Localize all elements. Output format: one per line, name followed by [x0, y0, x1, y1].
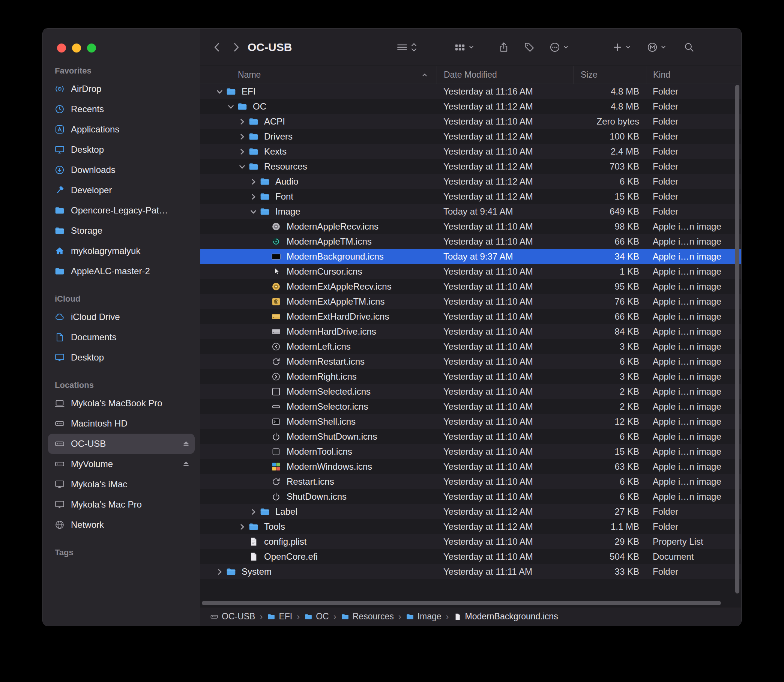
path-item-modernbackground-icns[interactable]: ModernBackground.icns — [454, 612, 558, 621]
disclosure-closed-icon[interactable] — [248, 178, 259, 185]
column-header-date-modified[interactable]: Date Modified — [437, 66, 574, 84]
sidebar-item-documents[interactable]: Documents — [48, 327, 195, 347]
sidebar-item-applealc-master-2[interactable]: AppleALC-master-2 — [48, 261, 195, 281]
file-row-modernshutdown-icns[interactable]: ModernShutDown.icnsYesterday at 11:10 AM… — [200, 429, 741, 444]
eject-icon[interactable] — [182, 460, 190, 468]
file-row-modernextapplerecv-icns[interactable]: ModernExtAppleRecv.icnsYesterday at 11:1… — [200, 279, 741, 294]
share-button[interactable] — [498, 41, 510, 53]
view-options-button[interactable] — [396, 41, 417, 53]
file-row-config-plist[interactable]: config.plistYesterday at 11:10 AM29 KBPr… — [200, 534, 741, 549]
vertical-scrollbar-thumb[interactable] — [735, 85, 739, 593]
column-header-name[interactable]: Name — [200, 66, 437, 84]
sidebar-item-recents[interactable]: Recents — [48, 99, 195, 119]
file-row-image[interactable]: ImageToday at 9:41 AM649 KBFolder — [200, 204, 741, 219]
disclosure-open-icon[interactable] — [248, 209, 259, 215]
file-row-resources[interactable]: ResourcesYesterday at 11:12 AM703 KBFold… — [200, 159, 741, 174]
date-modified-cell: Yesterday at 11:10 AM — [437, 491, 574, 502]
sidebar-item-mykola-s-imac[interactable]: Mykola’s iMac — [48, 474, 195, 494]
sidebar-item-network[interactable]: Network — [48, 515, 195, 535]
icns-background-icon — [270, 251, 282, 262]
disclosure-closed-icon[interactable] — [236, 524, 248, 530]
column-header-size[interactable]: Size — [574, 66, 646, 84]
sidebar-item-label: Network — [71, 519, 190, 530]
disclosure-open-icon[interactable] — [225, 104, 236, 110]
column-header-kind[interactable]: Kind — [646, 66, 741, 84]
disclosure-closed-icon[interactable] — [214, 569, 225, 575]
file-row-drivers[interactable]: DriversYesterday at 11:12 AM100 KBFolder — [200, 129, 741, 144]
sidebar-item-opencore-legacy-pat[interactable]: Opencore-Legacy-Pat… — [48, 200, 195, 221]
file-row-opencore-efi[interactable]: OpenCore.efiYesterday at 11:10 AM504 KBD… — [200, 549, 741, 564]
account-button[interactable] — [647, 41, 666, 53]
sidebar-item-airdrop[interactable]: AirDrop — [48, 79, 195, 99]
file-row-modernleft-icns[interactable]: ModernLeft.icnsYesterday at 11:10 AM3 KB… — [200, 339, 741, 354]
path-item-oc[interactable]: OC — [304, 612, 329, 621]
file-row-modernselector-icns[interactable]: ModernSelector.icnsYesterday at 11:10 AM… — [200, 399, 741, 414]
file-row-modernextharddrive-icns[interactable]: ModernExtHardDrive.icnsYesterday at 11:1… — [200, 309, 741, 324]
file-row-modernrestart-icns[interactable]: ModernRestart.icnsYesterday at 11:10 AM6… — [200, 354, 741, 369]
file-row-modernright-icns[interactable]: ModernRight.icnsYesterday at 11:10 AM3 K… — [200, 369, 741, 384]
sidebar-item-mykola-s-macbook-pro[interactable]: Mykola’s MacBook Pro — [48, 393, 195, 413]
path-item-oc-usb[interactable]: OC-USB — [210, 612, 255, 621]
file-row-system[interactable]: SystemYesterday at 11:11 AM33 KBFolder — [200, 564, 741, 579]
path-item-efi[interactable]: EFI — [267, 612, 292, 621]
sidebar-item-macintosh-hd[interactable]: Macintosh HD — [48, 413, 195, 433]
file-row-modernselected-icns[interactable]: ModernSelected.icnsYesterday at 11:10 AM… — [200, 384, 741, 399]
sidebar-item-mykola-s-mac-pro[interactable]: Mykola’s Mac Pro — [48, 494, 195, 515]
sidebar-item-desktop[interactable]: Desktop — [48, 140, 195, 160]
file-row-oc[interactable]: OCYesterday at 11:12 AM4.8 MBFolder — [200, 99, 741, 114]
file-row-moderncursor-icns[interactable]: ModernCursor.icnsYesterday at 11:10 AM1 … — [200, 264, 741, 279]
horizontal-scrollbar-thumb[interactable] — [202, 601, 721, 605]
file-row-modernappletm-icns[interactable]: ModernAppleTM.icnsYesterday at 11:10 AM6… — [200, 234, 741, 249]
disclosure-open-icon[interactable] — [214, 89, 225, 95]
path-item-image[interactable]: Image — [406, 612, 441, 621]
file-row-modernbackground-icns[interactable]: ModernBackground.icnsToday at 9:37 AM34 … — [200, 249, 741, 264]
file-row-moderntool-icns[interactable]: ModernTool.icnsYesterday at 11:10 AM15 K… — [200, 444, 741, 459]
file-row-efi[interactable]: EFIYesterday at 11:16 AM4.8 MBFolder — [200, 84, 741, 99]
file-row-font[interactable]: FontYesterday at 11:12 AM15 KBFolder — [200, 189, 741, 204]
file-row-kexts[interactable]: KextsYesterday at 11:10 AM2.4 MBFolder — [200, 144, 741, 159]
sidebar-item-desktop[interactable]: Desktop — [48, 347, 195, 368]
sidebar-item-applications[interactable]: Applications — [48, 119, 195, 140]
file-row-modernapplerecv-icns[interactable]: ModernAppleRecv.icnsYesterday at 11:10 A… — [200, 219, 741, 234]
disclosure-closed-icon[interactable] — [248, 509, 259, 515]
disclosure-closed-icon[interactable] — [248, 194, 259, 200]
desktop-icon — [54, 144, 65, 155]
disclosure-open-icon[interactable] — [236, 164, 248, 170]
sidebar-item-mykolagrymalyuk[interactable]: mykolagrymalyuk — [48, 241, 195, 261]
disclosure-closed-icon[interactable] — [236, 148, 248, 155]
file-row-audio[interactable]: AudioYesterday at 11:12 AM6 KBFolder — [200, 174, 741, 189]
minimize-button[interactable] — [72, 43, 81, 53]
file-row-shutdown-icns[interactable]: ShutDown.icnsYesterday at 11:10 AM6 KBAp… — [200, 489, 741, 504]
path-item-resources[interactable]: Resources — [341, 612, 394, 621]
path-item-label: EFI — [279, 612, 292, 621]
back-button[interactable] — [212, 41, 223, 54]
sidebar-item-icloud-drive[interactable]: iCloud Drive — [48, 307, 195, 327]
disclosure-closed-icon[interactable] — [236, 134, 248, 140]
add-button[interactable] — [612, 42, 631, 53]
file-row-modernextappletm-icns[interactable]: ModernExtAppleTM.icnsYesterday at 11:10 … — [200, 294, 741, 309]
kind-cell: Folder — [646, 131, 741, 142]
file-row-restart-icns[interactable]: Restart.icnsYesterday at 11:10 AM6 KBApp… — [200, 474, 741, 489]
sidebar-item-developer[interactable]: Developer — [48, 180, 195, 200]
disclosure-closed-icon[interactable] — [236, 118, 248, 125]
group-by-button[interactable] — [454, 42, 474, 53]
sidebar-item-myvolume[interactable]: MyVolume — [48, 454, 195, 474]
close-button[interactable] — [57, 43, 66, 53]
file-row-acpi[interactable]: ACPIYesterday at 11:10 AMZero bytesFolde… — [200, 114, 741, 129]
forward-button[interactable] — [230, 41, 242, 54]
file-row-modernwindows-icns[interactable]: ModernWindows.icnsYesterday at 11:10 AM6… — [200, 459, 741, 474]
tags-button[interactable] — [524, 41, 535, 53]
sidebar-item-downloads[interactable]: Downloads — [48, 160, 195, 180]
sidebar-item-storage[interactable]: Storage — [48, 221, 195, 241]
search-button[interactable] — [684, 41, 695, 53]
plist-file-icon — [248, 537, 260, 547]
file-row-label[interactable]: LabelYesterday at 11:12 AM27 KBFolder — [200, 504, 741, 519]
sidebar-item-oc-usb[interactable]: OC-USB — [48, 433, 195, 454]
eject-icon[interactable] — [182, 440, 190, 448]
file-row-tools[interactable]: ToolsYesterday at 11:12 AM1.1 MBFolder — [200, 519, 741, 534]
zoom-button[interactable] — [87, 43, 96, 53]
more-actions-button[interactable] — [549, 41, 569, 53]
file-row-modernshell-icns[interactable]: ModernShell.icnsYesterday at 11:10 AM12 … — [200, 414, 741, 429]
sidebar-item-label: Desktop — [71, 144, 190, 155]
file-row-modernharddrive-icns[interactable]: ModernHardDrive.icnsYesterday at 11:10 A… — [200, 324, 741, 339]
